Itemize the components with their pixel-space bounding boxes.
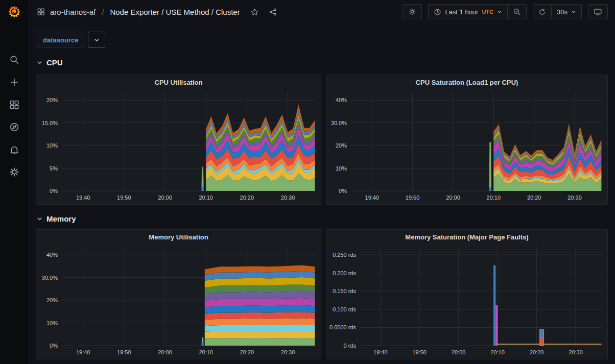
svg-text:0%: 0% — [50, 188, 58, 194]
cpu-panels-row: CPU Utilisation 0%5%10%15.0%20%19:4019:5… — [36, 75, 608, 205]
refresh-icon — [538, 8, 546, 16]
svg-text:20:00: 20:00 — [158, 195, 172, 201]
svg-text:20:30: 20:30 — [567, 195, 582, 201]
svg-text:20:20: 20:20 — [530, 349, 544, 355]
refresh-group: 30s — [533, 4, 582, 19]
monitor-icon — [594, 8, 602, 16]
panel-title[interactable]: CPU Utilisation — [36, 75, 321, 89]
svg-text:20:20: 20:20 — [240, 349, 254, 355]
svg-text:0%: 0% — [339, 188, 347, 194]
gear-icon — [9, 167, 19, 177]
share-icon — [269, 8, 277, 16]
variable-datasource-dropdown[interactable] — [88, 32, 105, 48]
compass-icon — [9, 122, 19, 132]
chart-cpu-saturation[interactable]: 0%10%20%30.0%40%19:4019:5020:0020:1020:2… — [326, 89, 607, 204]
sidebar-item-search[interactable] — [0, 48, 28, 71]
section-header-cpu[interactable]: CPU — [37, 56, 608, 68]
svg-text:5%: 5% — [50, 165, 58, 172]
svg-text:40%: 40% — [336, 97, 347, 103]
panel-title[interactable]: Memory Saturation (Major Page Faults) — [326, 230, 607, 244]
sidebar-item-dashboards[interactable] — [0, 93, 28, 116]
variable-datasource-button[interactable]: datasource — [36, 32, 85, 48]
panel-title[interactable]: CPU Saturation (Load1 per CPU) — [326, 75, 607, 89]
variables-submenu: datasource — [36, 32, 608, 48]
svg-text:20:20: 20:20 — [240, 195, 254, 201]
toolbar-controls: Last 1 hour UTC — [403, 4, 608, 19]
dashboards-grid-icon — [9, 100, 19, 110]
sidebar-item-configuration[interactable] — [0, 161, 28, 183]
panel-cpu-saturation: CPU Saturation (Load1 per CPU) 0%10%20%3… — [326, 75, 608, 205]
top-navigation-bar: aro-thanos-af / Node Exporter / USE Meth… — [28, 0, 615, 23]
grafana-dashboard: aro-thanos-af / Node Exporter / USE Meth… — [0, 0, 615, 364]
svg-text:15.0%: 15.0% — [42, 120, 58, 126]
panel-title[interactable]: Memory Utilisation — [36, 230, 321, 244]
panel-memory-utilisation: Memory Utilisation 0%10%20%30.0%40%19:40… — [36, 229, 321, 359]
refresh-dashboard-button[interactable] — [533, 4, 552, 19]
chevron-down-icon — [94, 37, 100, 43]
svg-text:10%: 10% — [336, 165, 347, 172]
svg-text:20%: 20% — [46, 97, 58, 103]
svg-text:19:50: 19:50 — [117, 349, 131, 355]
dashboard-title[interactable]: Node Exporter / USE Method / Cluster — [110, 8, 240, 16]
star-dashboard-button[interactable] — [250, 8, 259, 16]
section-label: Memory — [46, 214, 76, 223]
zoom-out-time-button[interactable] — [507, 4, 527, 19]
svg-text:19:40: 19:40 — [365, 195, 380, 201]
zoom-out-icon — [513, 8, 521, 16]
kiosk-mode-button[interactable] — [588, 4, 608, 19]
chevron-down-icon — [497, 9, 502, 14]
svg-text:20:10: 20:10 — [199, 349, 213, 355]
apps-grid-icon — [37, 8, 45, 16]
svg-text:20:10: 20:10 — [490, 349, 505, 355]
svg-text:30.0%: 30.0% — [331, 120, 347, 126]
svg-text:0.150 rds: 0.150 rds — [333, 288, 356, 294]
grafana-logo-icon — [7, 5, 21, 19]
time-range-picker[interactable]: Last 1 hour UTC — [428, 4, 508, 19]
svg-text:19:40: 19:40 — [373, 349, 388, 355]
refresh-interval-label: 30s — [557, 8, 567, 16]
svg-text:0.250 rds: 0.250 rds — [333, 252, 356, 258]
share-dashboard-button[interactable] — [269, 8, 277, 16]
svg-text:0%: 0% — [50, 343, 58, 349]
dashboard-settings-button[interactable] — [403, 4, 422, 19]
svg-text:20:00: 20:00 — [452, 349, 466, 355]
section-header-memory[interactable]: Memory — [37, 212, 608, 225]
dashboard-content: datasource CPU CPU Utilisation 0%5%10%15… — [28, 23, 615, 364]
svg-text:20:30: 20:30 — [281, 349, 295, 355]
svg-text:0.200 rds: 0.200 rds — [333, 270, 356, 276]
gear-icon — [408, 8, 416, 16]
breadcrumb-app-link[interactable]: aro-thanos-af — [50, 8, 96, 16]
chevron-down-icon — [37, 216, 42, 222]
svg-text:40%: 40% — [46, 252, 58, 258]
svg-text:19:50: 19:50 — [117, 195, 131, 201]
svg-text:20:00: 20:00 — [446, 195, 460, 201]
section-label: CPU — [46, 58, 63, 67]
panel-memory-saturation: Memory Saturation (Major Page Faults) 0 … — [326, 229, 608, 359]
svg-text:30.0%: 30.0% — [42, 275, 58, 281]
breadcrumb: aro-thanos-af / Node Exporter / USE Meth… — [37, 8, 240, 16]
chevron-down-icon — [37, 60, 42, 65]
chart-memory-utilisation[interactable]: 0%10%20%30.0%40%19:4019:5020:0020:1020:2… — [36, 244, 321, 359]
chart-cpu-utilisation[interactable]: 0%5%10%15.0%20%19:4019:5020:0020:1020:20… — [36, 89, 321, 204]
svg-text:20:00: 20:00 — [158, 349, 172, 355]
memory-panels-row: Memory Utilisation 0%10%20%30.0%40%19:40… — [36, 229, 608, 359]
sidebar-item-create[interactable] — [0, 71, 28, 93]
time-picker-group: Last 1 hour UTC — [428, 4, 527, 19]
svg-text:20:30: 20:30 — [281, 195, 295, 201]
chart-memory-saturation[interactable]: 0 rds0.0500 rds0.100 rds0.150 rds0.200 r… — [326, 244, 607, 359]
refresh-interval-picker[interactable]: 30s — [551, 4, 582, 19]
star-icon — [250, 8, 259, 16]
sidebar-item-explore[interactable] — [0, 116, 28, 138]
grafana-logo[interactable] — [0, 0, 28, 23]
main-area: aro-thanos-af / Node Exporter / USE Meth… — [28, 0, 615, 364]
svg-text:0.100 rds: 0.100 rds — [333, 306, 356, 312]
svg-text:0.0500 rds: 0.0500 rds — [329, 324, 356, 330]
svg-text:19:50: 19:50 — [412, 349, 427, 355]
svg-text:19:40: 19:40 — [76, 195, 90, 201]
svg-text:10%: 10% — [46, 142, 58, 149]
bell-icon — [9, 144, 19, 155]
sidebar-nav — [0, 48, 28, 183]
panel-cpu-utilisation: CPU Utilisation 0%5%10%15.0%20%19:4019:5… — [36, 75, 321, 205]
sidebar — [0, 0, 28, 364]
sidebar-item-alerting[interactable] — [0, 138, 28, 161]
